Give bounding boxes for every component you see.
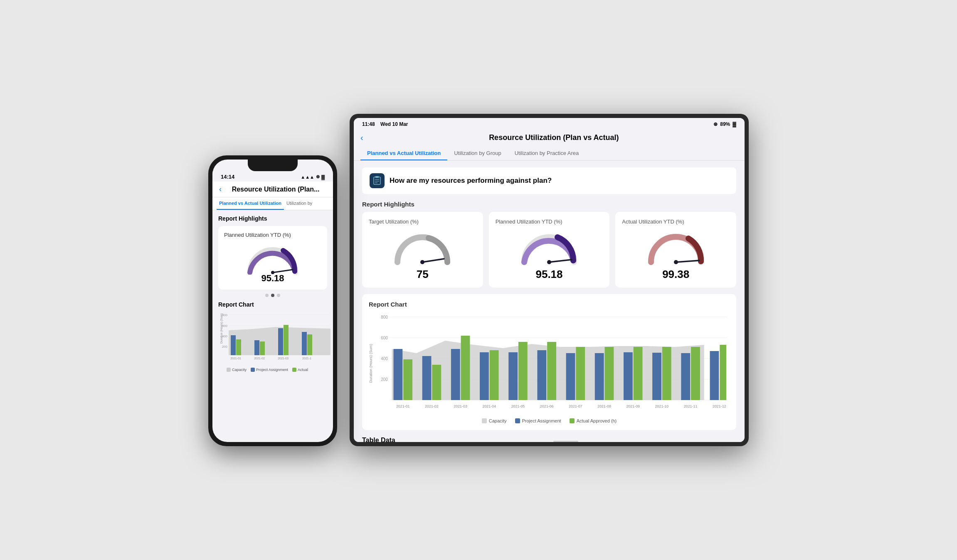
svg-text:200: 200 xyxy=(222,345,228,349)
tablet-chart-title: Report Chart xyxy=(369,301,730,308)
tablet-header-icon xyxy=(370,173,385,188)
phone-notch xyxy=(248,160,298,171)
svg-text:2021-09: 2021-09 xyxy=(626,404,640,408)
svg-point-32 xyxy=(547,260,551,264)
phone-legend-capacity: Capacity xyxy=(227,368,247,372)
phone-wifi-icon: ⊛ xyxy=(316,174,320,179)
svg-rect-25 xyxy=(375,176,379,178)
bar-actual-1 xyxy=(403,359,412,400)
svg-text:2021-01: 2021-01 xyxy=(396,404,410,408)
tablet-status-right: ⊛ 89% ▓ xyxy=(713,121,736,127)
svg-text:2021-1: 2021-1 xyxy=(302,357,311,360)
tablet-tab-planned[interactable]: Planned vs Actual Utilization xyxy=(360,147,447,160)
phone-dots-indicator xyxy=(218,294,327,297)
legend-actual-icon xyxy=(570,418,575,423)
phone-legend-project: Project Assignment xyxy=(251,368,288,372)
phone-legend-actual: Actual xyxy=(292,368,308,372)
phone-legend-project-label: Project Assignment xyxy=(256,368,288,372)
phone-tabs: Planned vs Actual Utilization Utilizatio… xyxy=(212,197,333,210)
tablet-body: How are my resources performing against … xyxy=(354,161,745,442)
svg-rect-16 xyxy=(284,325,289,355)
svg-rect-17 xyxy=(302,332,307,355)
dot-3 xyxy=(277,294,280,297)
bar-proj-9 xyxy=(624,352,633,400)
legend-project-icon xyxy=(515,418,520,423)
svg-text:2021-01: 2021-01 xyxy=(230,357,241,360)
tablet-report-highlights-label: Report Highlights xyxy=(362,201,736,208)
tablet-chart-legend: Capacity Project Assignment Actual Appro… xyxy=(369,418,730,423)
kpi-actual-value: 99.38 xyxy=(622,268,730,281)
phone-legend-actual-label: Actual xyxy=(298,368,308,372)
kpi-target-value: 75 xyxy=(369,268,476,281)
phone-tab-utilization[interactable]: Utilization by xyxy=(284,197,315,210)
phone-gauge-card: Planned Utilization YTD (%) 95.18 xyxy=(218,226,327,290)
bar-proj-5 xyxy=(508,352,518,400)
bar-proj-12 xyxy=(710,351,719,400)
bar-proj-1 xyxy=(394,349,403,400)
scroll-indicator xyxy=(553,441,578,442)
legend-capacity-label: Capacity xyxy=(489,418,507,423)
legend-project: Project Assignment xyxy=(515,418,561,423)
tablet-back-button[interactable]: ‹ xyxy=(360,133,363,142)
tablet-tab-group[interactable]: Utilization by Group xyxy=(447,147,508,160)
phone-device: 14:14 ▲▲▲ ⊛ ▓ ‹ Resource Utilization (Pl… xyxy=(208,155,337,446)
bar-actual-3 xyxy=(461,336,470,400)
phone-legend: Capacity Project Assignment Actual xyxy=(218,368,327,372)
phone-gauge-svg xyxy=(244,241,302,275)
tablet-tabs: Planned vs Actual Utilization Utilizatio… xyxy=(354,147,745,161)
dot-1 xyxy=(265,294,269,297)
svg-text:2021-12: 2021-12 xyxy=(713,404,726,408)
phone-battery-icon: ▓ xyxy=(321,174,325,179)
phone-back-button[interactable]: ‹ xyxy=(219,185,222,194)
tablet-device: 11:48 Wed 10 Mar ⊛ 89% ▓ ‹ Resource Util… xyxy=(350,114,749,446)
tablet-screen: 11:48 Wed 10 Mar ⊛ 89% ▓ ‹ Resource Util… xyxy=(354,118,745,442)
legend-actual-label: Actual Approved (h) xyxy=(577,418,617,423)
svg-rect-12 xyxy=(236,339,241,355)
tablet-kpi-row: Target Utilization (%) 75 xyxy=(362,212,736,287)
svg-line-0 xyxy=(273,270,293,273)
gauge-actual-svg xyxy=(643,229,709,266)
tablet-date-value: Wed 10 Mar xyxy=(380,121,408,127)
bar-actual-9 xyxy=(634,347,643,400)
phone-tab-planned[interactable]: Planned vs Actual Utilization xyxy=(217,197,284,210)
svg-text:200: 200 xyxy=(381,377,388,382)
phone-status-right: ▲▲▲ ⊛ ▓ xyxy=(301,174,325,179)
tablet-battery-value: 89% xyxy=(720,121,730,127)
svg-text:2021-03: 2021-03 xyxy=(278,357,289,360)
svg-line-31 xyxy=(549,260,572,262)
svg-rect-18 xyxy=(307,334,312,355)
svg-text:Duration (Hours) (Sum): Duration (Hours) (Sum) xyxy=(220,313,223,344)
phone-status-bar: 14:14 ▲▲▲ ⊛ ▓ xyxy=(212,171,333,182)
tablet-chart-svg: 800 600 400 200 xyxy=(376,313,730,413)
bar-actual-6 xyxy=(547,342,556,400)
phone-signal-icon: ▲▲▲ xyxy=(301,174,314,179)
tablet-wifi-icon: ⊛ xyxy=(713,121,718,127)
svg-rect-15 xyxy=(278,328,283,355)
bar-actual-8 xyxy=(605,347,614,400)
svg-text:2021-11: 2021-11 xyxy=(684,404,698,408)
svg-text:2021-02: 2021-02 xyxy=(254,357,265,360)
phone-legend-capacity-label: Capacity xyxy=(232,368,247,372)
tablet-chart-y-label: Duration (Hours) (Sum) xyxy=(369,344,373,383)
legend-project-label: Project Assignment xyxy=(522,418,561,423)
bar-actual-7 xyxy=(576,347,585,400)
phone-gauge-label: Planned Utilization YTD (%) xyxy=(224,232,321,238)
svg-text:2021-02: 2021-02 xyxy=(425,404,439,408)
bar-proj-11 xyxy=(681,353,690,400)
tablet-header-question: How are my resources performing against … xyxy=(390,177,552,185)
clipboard-icon xyxy=(372,176,382,185)
tablet-chart-card: Report Chart Duration (Hours) (Sum) 800 … xyxy=(362,294,736,430)
gauge-planned-svg xyxy=(516,229,582,266)
phone-time: 14:14 xyxy=(221,174,234,180)
kpi-card-planned: Planned Utilization YTD (%) 95.18 xyxy=(489,212,610,287)
svg-text:2021-10: 2021-10 xyxy=(655,404,669,408)
bar-proj-3 xyxy=(451,349,460,400)
phone-screen: 14:14 ▲▲▲ ⊛ ▓ ‹ Resource Utilization (Pl… xyxy=(212,160,333,442)
phone-gauge-value: 95.18 xyxy=(224,273,321,284)
svg-text:2021-04: 2021-04 xyxy=(482,404,496,408)
phone-report-highlights-title: Report Highlights xyxy=(218,215,327,222)
phone-legend-project-icon xyxy=(251,368,255,372)
phone-legend-capacity-icon xyxy=(227,368,231,372)
tablet-tab-practice[interactable]: Utilization by Practice Area xyxy=(508,147,586,160)
bar-proj-8 xyxy=(595,353,604,400)
